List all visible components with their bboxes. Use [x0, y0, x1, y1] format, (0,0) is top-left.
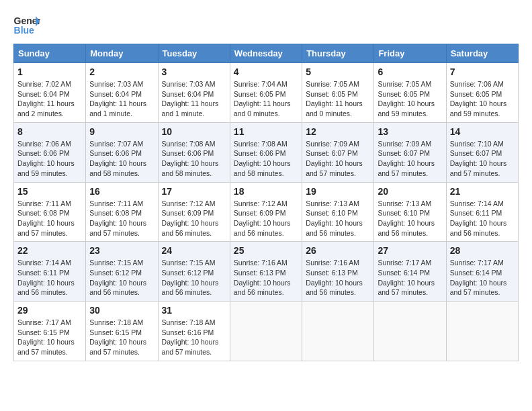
day-header-sunday: Sunday [14, 44, 86, 63]
day-number: 5 [306, 66, 370, 77]
day-number: 18 [234, 186, 298, 197]
calendar-cell: 28Sunrise: 7:17 AMSunset: 6:14 PMDayligh… [446, 242, 518, 302]
calendar-cell: 13Sunrise: 7:09 AMSunset: 6:07 PMDayligh… [374, 122, 446, 182]
calendar-week-row: 29Sunrise: 7:17 AMSunset: 6:15 PMDayligh… [14, 302, 519, 361]
day-info: Sunrise: 7:03 AMSunset: 6:04 PMDaylight:… [89, 79, 154, 119]
calendar-week-row: 22Sunrise: 7:14 AMSunset: 6:11 PMDayligh… [14, 242, 519, 302]
day-number: 2 [89, 66, 154, 77]
day-header-saturday: Saturday [446, 44, 518, 63]
calendar-cell: 23Sunrise: 7:15 AMSunset: 6:12 PMDayligh… [86, 242, 158, 302]
day-info: Sunrise: 7:08 AMSunset: 6:06 PMDaylight:… [234, 139, 298, 179]
page-header: General Blue [13, 13, 519, 37]
day-info: Sunrise: 7:10 AMSunset: 6:07 PMDaylight:… [450, 139, 515, 179]
calendar-cell: 1Sunrise: 7:02 AMSunset: 6:04 PMDaylight… [14, 63, 86, 123]
calendar-cell [374, 302, 446, 361]
calendar-cell: 29Sunrise: 7:17 AMSunset: 6:15 PMDayligh… [14, 302, 86, 361]
calendar-cell: 19Sunrise: 7:13 AMSunset: 6:10 PMDayligh… [302, 182, 374, 242]
day-info: Sunrise: 7:14 AMSunset: 6:11 PMDaylight:… [17, 258, 82, 298]
day-info: Sunrise: 7:04 AMSunset: 6:05 PMDaylight:… [234, 79, 298, 119]
day-number: 12 [306, 126, 370, 137]
day-info: Sunrise: 7:15 AMSunset: 6:12 PMDaylight:… [162, 258, 226, 298]
day-number: 16 [89, 186, 154, 197]
calendar-cell: 5Sunrise: 7:05 AMSunset: 6:05 PMDaylight… [302, 63, 374, 123]
day-info: Sunrise: 7:13 AMSunset: 6:10 PMDaylight:… [306, 199, 370, 238]
day-info: Sunrise: 7:12 AMSunset: 6:09 PMDaylight:… [234, 199, 298, 238]
day-info: Sunrise: 7:09 AMSunset: 6:07 PMDaylight:… [306, 139, 370, 179]
day-number: 24 [162, 245, 226, 256]
day-info: Sunrise: 7:15 AMSunset: 6:12 PMDaylight:… [89, 258, 154, 298]
calendar-cell: 22Sunrise: 7:14 AMSunset: 6:11 PMDayligh… [14, 242, 86, 302]
logo-icon: General Blue [13, 13, 40, 37]
day-number: 11 [234, 126, 298, 137]
day-info: Sunrise: 7:11 AMSunset: 6:08 PMDaylight:… [89, 199, 154, 238]
day-number: 15 [17, 186, 82, 197]
day-info: Sunrise: 7:13 AMSunset: 6:10 PMDaylight:… [378, 199, 442, 238]
day-info: Sunrise: 7:16 AMSunset: 6:13 PMDaylight:… [234, 258, 298, 298]
calendar-cell: 30Sunrise: 7:18 AMSunset: 6:15 PMDayligh… [86, 302, 158, 361]
calendar-cell: 9Sunrise: 7:07 AMSunset: 6:06 PMDaylight… [86, 122, 158, 182]
calendar-cell: 20Sunrise: 7:13 AMSunset: 6:10 PMDayligh… [374, 182, 446, 242]
day-number: 27 [378, 245, 442, 256]
day-info: Sunrise: 7:14 AMSunset: 6:11 PMDaylight:… [450, 199, 515, 238]
day-info: Sunrise: 7:06 AMSunset: 6:06 PMDaylight:… [17, 139, 82, 179]
calendar-cell: 15Sunrise: 7:11 AMSunset: 6:08 PMDayligh… [14, 182, 86, 242]
calendar-cell: 6Sunrise: 7:05 AMSunset: 6:05 PMDaylight… [374, 63, 446, 123]
day-info: Sunrise: 7:18 AMSunset: 6:16 PMDaylight:… [162, 318, 226, 357]
day-info: Sunrise: 7:12 AMSunset: 6:09 PMDaylight:… [162, 199, 226, 238]
day-number: 7 [450, 66, 515, 77]
calendar-week-row: 1Sunrise: 7:02 AMSunset: 6:04 PMDaylight… [14, 63, 519, 123]
day-number: 21 [450, 186, 515, 197]
day-info: Sunrise: 7:03 AMSunset: 6:04 PMDaylight:… [162, 79, 226, 119]
calendar-header-row: SundayMondayTuesdayWednesdayThursdayFrid… [14, 44, 519, 63]
day-number: 9 [89, 126, 154, 137]
day-number: 13 [378, 126, 442, 137]
calendar-table: SundayMondayTuesdayWednesdayThursdayFrid… [13, 44, 519, 361]
calendar-cell: 16Sunrise: 7:11 AMSunset: 6:08 PMDayligh… [86, 182, 158, 242]
calendar-cell [302, 302, 374, 361]
day-number: 22 [17, 245, 82, 256]
day-number: 10 [162, 126, 226, 137]
day-info: Sunrise: 7:17 AMSunset: 6:15 PMDaylight:… [17, 318, 82, 357]
calendar-cell: 25Sunrise: 7:16 AMSunset: 6:13 PMDayligh… [230, 242, 302, 302]
calendar-cell: 26Sunrise: 7:16 AMSunset: 6:13 PMDayligh… [302, 242, 374, 302]
day-header-monday: Monday [86, 44, 158, 63]
day-info: Sunrise: 7:17 AMSunset: 6:14 PMDaylight:… [450, 258, 515, 298]
calendar-cell: 12Sunrise: 7:09 AMSunset: 6:07 PMDayligh… [302, 122, 374, 182]
calendar-cell: 18Sunrise: 7:12 AMSunset: 6:09 PMDayligh… [230, 182, 302, 242]
calendar-cell: 17Sunrise: 7:12 AMSunset: 6:09 PMDayligh… [158, 182, 230, 242]
day-number: 25 [234, 245, 298, 256]
day-info: Sunrise: 7:08 AMSunset: 6:06 PMDaylight:… [162, 139, 226, 179]
day-number: 23 [89, 245, 154, 256]
day-info: Sunrise: 7:06 AMSunset: 6:05 PMDaylight:… [450, 79, 515, 119]
calendar-cell: 31Sunrise: 7:18 AMSunset: 6:16 PMDayligh… [158, 302, 230, 361]
day-number: 29 [17, 305, 82, 316]
day-info: Sunrise: 7:05 AMSunset: 6:05 PMDaylight:… [306, 79, 370, 119]
day-info: Sunrise: 7:05 AMSunset: 6:05 PMDaylight:… [378, 79, 442, 119]
day-number: 26 [306, 245, 370, 256]
day-number: 30 [89, 305, 154, 316]
calendar-cell: 27Sunrise: 7:17 AMSunset: 6:14 PMDayligh… [374, 242, 446, 302]
calendar-cell: 21Sunrise: 7:14 AMSunset: 6:11 PMDayligh… [446, 182, 518, 242]
day-number: 14 [450, 126, 515, 137]
day-info: Sunrise: 7:02 AMSunset: 6:04 PMDaylight:… [17, 79, 82, 119]
calendar-cell: 24Sunrise: 7:15 AMSunset: 6:12 PMDayligh… [158, 242, 230, 302]
day-header-friday: Friday [374, 44, 446, 63]
logo: General Blue [13, 13, 43, 37]
calendar-cell: 2Sunrise: 7:03 AMSunset: 6:04 PMDaylight… [86, 63, 158, 123]
calendar-week-row: 15Sunrise: 7:11 AMSunset: 6:08 PMDayligh… [14, 182, 519, 242]
day-info: Sunrise: 7:11 AMSunset: 6:08 PMDaylight:… [17, 199, 82, 238]
calendar-cell [446, 302, 518, 361]
calendar-cell: 4Sunrise: 7:04 AMSunset: 6:05 PMDaylight… [230, 63, 302, 123]
day-header-thursday: Thursday [302, 44, 374, 63]
calendar-cell: 11Sunrise: 7:08 AMSunset: 6:06 PMDayligh… [230, 122, 302, 182]
calendar-week-row: 8Sunrise: 7:06 AMSunset: 6:06 PMDaylight… [14, 122, 519, 182]
day-number: 4 [234, 66, 298, 77]
day-number: 31 [162, 305, 226, 316]
day-header-wednesday: Wednesday [230, 44, 302, 63]
day-number: 3 [162, 66, 226, 77]
calendar-cell: 3Sunrise: 7:03 AMSunset: 6:04 PMDaylight… [158, 63, 230, 123]
day-header-tuesday: Tuesday [158, 44, 230, 63]
day-number: 28 [450, 245, 515, 256]
svg-text:Blue: Blue [14, 25, 35, 36]
day-number: 8 [17, 126, 82, 137]
